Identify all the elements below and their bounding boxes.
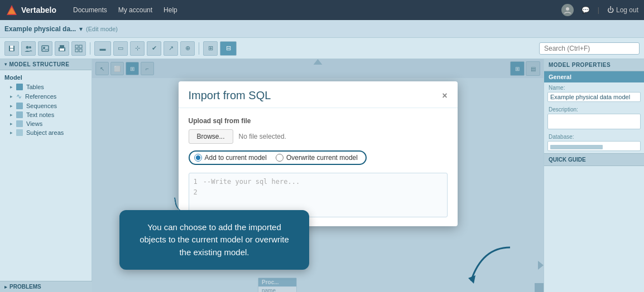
left-sidebar: ▾ MODEL STRUCTURE Model ▸ Tables ▸ ∿ Ref… — [0, 59, 92, 292]
quick-guide-header: QUICK GUIDE — [544, 153, 644, 166]
svg-rect-16 — [75, 49, 78, 52]
sidebar-item-sequences[interactable]: ▸ Sequences — [0, 101, 92, 110]
problems-bar[interactable]: ▸ PROBLEMS — [0, 281, 92, 292]
import-sql-modal: Import from SQL × Upload sql from file B… — [179, 81, 458, 226]
radio-oval-container: Add to current model Overwrite current m… — [189, 150, 367, 165]
sidebar-item-textnotes[interactable]: ▸ Text notes — [0, 110, 92, 119]
general-section: General — [544, 71, 644, 82]
nav-myaccount[interactable]: My account — [118, 6, 152, 14]
toolbar-btn-12[interactable]: ⊞ — [203, 41, 218, 56]
description-label: Description: — [544, 104, 644, 113]
upload-label: Upload sql from file — [189, 117, 448, 125]
right-sidebar: MODEL PROPERTIES General Name: Example p… — [544, 59, 644, 292]
sql-editor-content: 1 2 --Write your sql here... — [194, 177, 443, 198]
canvas-area[interactable]: ↖ ⬜ ⊞ ⌐ ⊞ ▤ pu... id purchase_no client_… — [92, 59, 544, 292]
svg-rect-14 — [75, 45, 78, 48]
nav-help[interactable]: Help — [164, 6, 177, 14]
radio-overwrite-input[interactable] — [276, 154, 283, 162]
tooltip-arrow-svg — [465, 242, 532, 286]
nav-right: 💬 | ⏻ Log out — [561, 4, 638, 16]
toolbar-btn-6[interactable]: ▬ — [94, 41, 111, 56]
modal-body: Upload sql from file Browse... No file s… — [179, 108, 458, 226]
toolbar-users-btn[interactable] — [21, 41, 36, 56]
power-icon: ⏻ — [607, 6, 614, 14]
svg-point-7 — [29, 46, 31, 48]
svg-rect-4 — [10, 46, 13, 48]
sql-text-col: --Write your sql here... — [203, 177, 300, 198]
doc-mode: (Edit mode) — [86, 26, 118, 32]
modal-close-button[interactable]: × — [442, 91, 447, 100]
sidebar-item-references[interactable]: ▸ ∿ References — [0, 91, 92, 101]
toolbar-btn-11[interactable]: ⊕ — [180, 41, 195, 56]
toolbar-grid-btn[interactable] — [71, 41, 86, 56]
toolbar-btn-7[interactable]: ▭ — [113, 41, 128, 56]
line-num-1: 1 — [194, 177, 198, 187]
svg-rect-12 — [60, 48, 64, 51]
modal-title: Import from SQL — [189, 89, 271, 102]
toolbar-btn-8[interactable]: ⊹ — [130, 41, 145, 56]
database-slider[interactable] — [550, 145, 603, 149]
doc-dropdown-icon[interactable]: ▾ — [79, 25, 83, 33]
upload-row: Browse... No file selected. — [189, 129, 448, 144]
name-value: Example physical data model — [547, 92, 641, 102]
toolbar-separator-2 — [199, 42, 199, 55]
sidebar-group-label: Model — [0, 72, 92, 82]
logout-button[interactable]: ⏻ Log out — [607, 6, 638, 14]
radio-overwrite-option[interactable]: Overwrite current model — [276, 154, 358, 162]
svg-rect-13 — [64, 48, 65, 48]
nav-documents[interactable]: Documents — [73, 6, 107, 14]
top-navigation: Vertabelo Documents My account Help 💬 | … — [0, 0, 644, 20]
app-name: Vertabelo — [21, 6, 56, 14]
sidebar-item-views[interactable]: ▸ Views — [0, 119, 92, 128]
separator: | — [598, 6, 599, 14]
radio-add-option[interactable]: Add to current model — [194, 154, 267, 162]
radio-options-row: Add to current model Overwrite current m… — [189, 150, 448, 165]
svg-rect-17 — [79, 49, 82, 52]
toolbar-save-btn[interactable] — [4, 41, 19, 56]
browse-button[interactable]: Browse... — [189, 129, 233, 144]
sidebar-item-tables[interactable]: ▸ Tables — [0, 82, 92, 91]
database-label: Database: — [544, 132, 644, 140]
modal-overlay: Import from SQL × Upload sql from file B… — [92, 59, 544, 292]
tooltip-balloon: You can choose to add the imported objec… — [119, 210, 309, 270]
description-value — [547, 114, 641, 129]
svg-rect-8 — [42, 46, 49, 51]
modal-header: Import from SQL × — [179, 81, 458, 108]
radio-add-input[interactable] — [194, 154, 202, 162]
database-value — [547, 141, 641, 151]
toolbar-btn-13[interactable]: ⊟ — [220, 41, 237, 56]
tooltip-text: You can choose to add the imported objec… — [140, 222, 289, 257]
doc-title: Example physical da... — [4, 25, 76, 33]
svg-rect-10 — [60, 45, 64, 47]
toolbar-btn-10[interactable]: ↗ — [164, 41, 178, 56]
svg-point-2 — [566, 7, 569, 11]
nav-links: Documents My account Help — [73, 6, 177, 14]
main-toolbar: ▬ ▭ ⊹ ✔ ↗ ⊕ ⊞ ⊟ — [0, 38, 644, 59]
svg-point-6 — [26, 46, 29, 48]
app-logo[interactable]: Vertabelo — [6, 4, 56, 16]
main-area: ▾ MODEL STRUCTURE Model ▸ Tables ▸ ∿ Ref… — [0, 59, 644, 292]
toolbar-print-btn[interactable] — [55, 41, 69, 56]
model-properties-header: MODEL PROPERTIES — [544, 59, 644, 71]
toolbar-btn-9[interactable]: ✔ — [147, 41, 161, 56]
svg-rect-5 — [10, 48, 13, 51]
search-input[interactable] — [539, 42, 640, 55]
name-label: Name: — [544, 82, 644, 91]
toolbar-separator-1 — [90, 42, 90, 55]
user-avatar-icon[interactable] — [561, 4, 574, 16]
comment-icon[interactable]: 💬 — [581, 6, 590, 14]
no-file-text: No file selected. — [239, 133, 286, 140]
sidebar-item-subjectareas[interactable]: ▸ Subject areas — [0, 128, 92, 137]
toolbar-image-btn[interactable] — [38, 41, 52, 56]
model-structure-header: ▾ MODEL STRUCTURE — [0, 59, 92, 70]
sql-line-1: --Write your sql here... — [203, 177, 300, 187]
sidebar-group-model: Model ▸ Tables ▸ ∿ References ▸ Sequence… — [0, 70, 92, 139]
svg-rect-15 — [79, 45, 82, 48]
sql-line-2 — [203, 187, 300, 198]
